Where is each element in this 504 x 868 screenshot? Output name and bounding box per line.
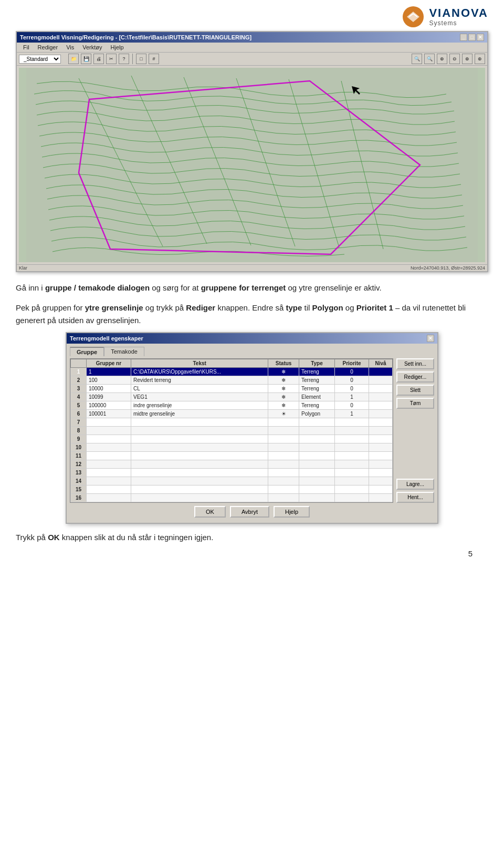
cell-tekst <box>131 460 268 469</box>
table-row[interactable]: 13 <box>71 469 393 477</box>
cell-rownum: 16 <box>71 494 87 502</box>
toolbar-btn-zoom3[interactable]: ⊕ <box>437 54 447 64</box>
menu-fil[interactable]: Fil <box>19 43 34 51</box>
dialog-close-button[interactable]: ✕ <box>427 335 434 342</box>
btn-rediger[interactable]: Rediger... <box>396 371 434 383</box>
cell-tekst: indre grenselinje <box>131 401 268 410</box>
p2-text5: og <box>343 303 356 312</box>
cell-prioritet <box>334 469 369 477</box>
menu-hjelp[interactable]: Hjelp <box>107 43 128 51</box>
table-row[interactable]: 16 <box>71 494 393 502</box>
cell-rownum: 6 <box>71 410 87 418</box>
toolbar-btn-3[interactable]: 🖨 <box>93 54 104 64</box>
toolbar-btn-6[interactable]: □ <box>136 54 146 64</box>
cell-gruppenr: 100000 <box>86 401 131 410</box>
toolbar-btn-zoom6[interactable]: ⊕ <box>475 54 485 64</box>
btn-ok[interactable]: OK <box>194 506 226 518</box>
table-row[interactable]: 9 <box>71 435 393 443</box>
cell-status <box>268 485 299 494</box>
btn-hent[interactable]: Hent... <box>396 492 434 503</box>
titlebar-buttons: _ □ ✕ <box>460 34 484 41</box>
table-row[interactable]: 1 1 C:\DATA\KURS\Oppgavefiler\KURS... ❄ … <box>71 368 393 376</box>
cell-status <box>268 443 299 452</box>
table-row[interactable]: 8 <box>71 427 393 435</box>
toolbar-btn-5[interactable]: ? <box>119 54 129 64</box>
table-row[interactable]: 2 100 Revidert terreng ❄ Terreng 0 <box>71 376 393 385</box>
app-statusbar: Klar Nord=247040.913, Østr=28925.924 <box>17 264 487 271</box>
cell-tekst <box>131 435 268 443</box>
cell-rownum: 10 <box>71 443 87 452</box>
cell-niva <box>369 452 393 460</box>
cell-tekst <box>131 485 268 494</box>
table-row[interactable]: 11 <box>71 452 393 460</box>
menu-vis[interactable]: Vis <box>62 43 78 51</box>
dialog-window: Terrengmodell egenskaper ✕ Gruppe Temako… <box>66 332 438 524</box>
p1-text3: og ytre grenselinje er aktiv. <box>286 283 381 292</box>
cell-niva <box>369 477 393 485</box>
toolbar-btn-zoom1[interactable]: 🔍 <box>412 54 422 64</box>
toolbar-btn-zoom5[interactable]: ⊕ <box>462 54 472 64</box>
table-row[interactable]: 4 10099 VEG1 ❄ Element 1 <box>71 393 393 401</box>
cell-gruppenr <box>86 443 131 452</box>
toolbar-btn-4[interactable]: ✂ <box>106 54 117 64</box>
cell-rownum: 11 <box>71 452 87 460</box>
toolbar-dropdown[interactable]: _Standard <box>19 55 61 64</box>
page-number: 5 <box>16 549 488 558</box>
table-row[interactable]: 10 <box>71 443 393 452</box>
cell-rownum: 9 <box>71 435 87 443</box>
table-row[interactable]: 5 100000 indre grenselinje ❄ Terreng 0 <box>71 401 393 410</box>
toolbar-btn-zoom2[interactable]: 🔍 <box>424 54 435 64</box>
btn-sett-inn[interactable]: Sett inn... <box>396 358 434 369</box>
toolbar-btn-2[interactable]: 💾 <box>81 54 91 64</box>
table-row[interactable]: 7 <box>71 418 393 427</box>
tab-gruppe[interactable]: Gruppe <box>70 347 104 356</box>
btn-lagre[interactable]: Lagre... <box>396 479 434 490</box>
cell-type <box>299 443 335 452</box>
p1-bold1: gruppe / temakode dialogen <box>45 283 150 292</box>
dialog-tabs: Gruppe Temakode <box>70 347 434 356</box>
cell-prioritet: 0 <box>334 368 369 376</box>
toolbar-separator-1 <box>132 54 133 64</box>
col-status: Status <box>268 359 299 368</box>
table-row[interactable]: 15 <box>71 485 393 494</box>
cell-tekst <box>131 494 268 502</box>
table-row[interactable]: 14 <box>71 477 393 485</box>
btn-tom[interactable]: Tøm <box>396 398 434 409</box>
cell-rownum: 2 <box>71 376 87 385</box>
dialog-titlebar: Terrengmodell egenskaper ✕ <box>67 333 437 344</box>
cell-status: ❄ <box>268 401 299 410</box>
col-tekst: Tekst <box>131 359 268 368</box>
minimize-button[interactable]: _ <box>460 34 467 41</box>
btn-hjelp[interactable]: Hjelp <box>274 506 310 518</box>
maximize-button[interactable]: □ <box>468 34 476 41</box>
cell-tekst <box>131 427 268 435</box>
table-row[interactable]: 6 100001 midtre grenselinje ☀ Polygon 1 <box>71 410 393 418</box>
cell-status <box>268 494 299 502</box>
cell-rownum: 15 <box>71 485 87 494</box>
toolbar-btn-7[interactable]: # <box>149 54 159 64</box>
table-row[interactable]: 12 <box>71 460 393 469</box>
menu-rediger[interactable]: Rediger <box>34 43 62 51</box>
toolbar-btn-1[interactable]: 📁 <box>68 54 79 64</box>
paragraph-1: Gå inn i gruppe / temakode dialogen og s… <box>16 282 488 294</box>
cell-type: Element <box>299 393 335 401</box>
cell-niva <box>369 485 393 494</box>
p1-text2: og sørg for at <box>150 283 201 292</box>
btn-avbryt[interactable]: Avbryt <box>230 506 269 518</box>
cell-rownum: 8 <box>71 427 87 435</box>
vianova-logo-icon <box>402 5 425 28</box>
menu-verktoy[interactable]: Verktøy <box>78 43 106 51</box>
toolbar-btn-zoom4[interactable]: ⊖ <box>449 54 460 64</box>
cell-gruppenr <box>86 452 131 460</box>
close-button[interactable]: ✕ <box>477 34 484 41</box>
cell-prioritet: 0 <box>334 385 369 393</box>
cell-tekst: midtre grenselinje <box>131 410 268 418</box>
table-row[interactable]: 3 10000 CL ❄ Terreng 0 <box>71 385 393 393</box>
cell-status <box>268 469 299 477</box>
cell-rownum: 3 <box>71 385 87 393</box>
bottom-text: Trykk på OK knappen slik at du nå står i… <box>16 531 488 544</box>
btn-slett[interactable]: Slett <box>396 385 434 396</box>
tab-temakode[interactable]: Temakode <box>104 347 144 356</box>
cell-tekst: VEG1 <box>131 393 268 401</box>
p2-bold2: Rediger <box>186 303 215 312</box>
